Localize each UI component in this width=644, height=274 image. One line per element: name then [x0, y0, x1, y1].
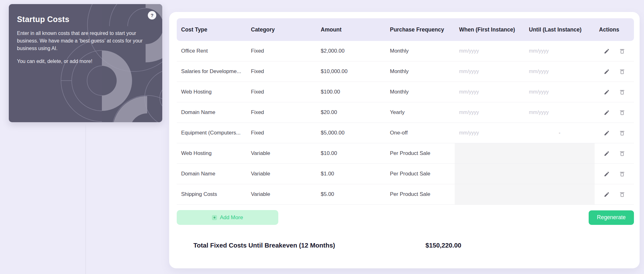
trash-icon — [619, 191, 625, 197]
until-cell — [525, 164, 595, 184]
frequency-cell: Per Product Sale — [386, 164, 455, 184]
info-card-description: Enter in all known costs that are requir… — [17, 30, 149, 52]
pencil-icon — [604, 151, 610, 157]
edit-button[interactable] — [603, 191, 610, 198]
pencil-icon — [604, 89, 610, 95]
until-cell — [525, 61, 595, 82]
amount-cell: $5.00 — [316, 184, 386, 204]
regenerate-button[interactable]: Regenerate — [589, 210, 634, 225]
edit-button[interactable] — [603, 68, 610, 75]
table-row: Domain Name Fixed $20.00 Yearly — [177, 102, 634, 123]
edit-button[interactable] — [603, 88, 610, 96]
cost-type-cell: Web Hosting — [177, 143, 247, 163]
amount-cell: $5,000.00 — [316, 123, 386, 143]
column-header-category: Category — [247, 26, 316, 33]
table-row: Domain Name Variable $1.00 Per Product S… — [177, 164, 634, 184]
table-body: Office Rent Fixed $2,000.00 Monthly Sala… — [177, 41, 634, 205]
delete-button[interactable] — [619, 191, 626, 198]
delete-button[interactable] — [619, 109, 626, 116]
info-card-title: Startup Costs — [17, 15, 154, 24]
until-cell: - — [525, 123, 595, 143]
when-date-input[interactable] — [459, 48, 503, 54]
edit-button[interactable] — [603, 109, 610, 116]
actions-cell — [595, 164, 634, 184]
trash-icon — [619, 48, 625, 54]
edit-button[interactable] — [603, 170, 610, 178]
amount-cell: $10.00 — [316, 143, 386, 163]
when-cell — [455, 143, 525, 163]
cost-type-cell: Equipment (Computers... — [177, 123, 247, 143]
costs-panel: Cost Type Category Amount Purchase Frequ… — [169, 12, 640, 268]
actions-cell — [595, 184, 634, 204]
edit-button[interactable] — [603, 150, 610, 157]
until-cell — [525, 82, 595, 102]
edit-button[interactable] — [603, 129, 610, 137]
startup-costs-table: Cost Type Category Amount Purchase Frequ… — [177, 18, 634, 205]
help-button[interactable]: ? — [148, 11, 156, 20]
table-row: Salaries for Developme... Fixed $10,000.… — [177, 61, 634, 82]
when-date-input[interactable] — [459, 89, 503, 95]
amount-cell: $2,000.00 — [316, 41, 386, 61]
table-row: Web Hosting Variable $10.00 Per Product … — [177, 143, 634, 164]
amount-cell: $20.00 — [316, 102, 386, 123]
table-header-row: Cost Type Category Amount Purchase Frequ… — [177, 18, 634, 41]
column-header-purchase-frequency: Purchase Frequency — [386, 26, 455, 33]
until-date-input[interactable] — [529, 89, 573, 95]
delete-button[interactable] — [619, 170, 626, 178]
when-date-input[interactable] — [459, 130, 503, 136]
when-date-input[interactable] — [459, 110, 503, 115]
when-date-input[interactable] — [459, 69, 503, 74]
actions-cell — [595, 61, 634, 82]
until-date-input[interactable] — [529, 110, 573, 115]
delete-button[interactable] — [619, 48, 626, 55]
actions-cell — [595, 102, 634, 123]
add-more-label: Add More — [220, 214, 243, 221]
category-cell: Fixed — [247, 102, 316, 123]
pencil-icon — [604, 69, 610, 75]
column-header-actions: Actions — [595, 26, 634, 33]
until-date-input[interactable] — [529, 48, 573, 54]
info-card: ? Startup Costs Enter in all known costs… — [9, 4, 162, 122]
cost-type-cell: Office Rent — [177, 41, 247, 61]
delete-button[interactable] — [619, 68, 626, 75]
when-cell — [455, 82, 525, 102]
when-cell — [455, 184, 525, 204]
info-card-note: You can edit, delete, or add more! — [17, 58, 149, 65]
cost-type-cell: Salaries for Developme... — [177, 61, 247, 82]
delete-button[interactable] — [619, 150, 626, 157]
summary-value: $150,220.00 — [425, 242, 461, 249]
pencil-icon — [604, 171, 610, 177]
cost-type-cell: Web Hosting — [177, 82, 247, 102]
when-cell — [455, 61, 525, 82]
edit-button[interactable] — [603, 48, 610, 55]
category-cell: Fixed — [247, 82, 316, 102]
category-cell: Fixed — [247, 41, 316, 61]
column-header-amount: Amount — [316, 26, 386, 33]
actions-cell — [595, 123, 634, 143]
add-more-button[interactable]: + Add More — [177, 210, 278, 225]
delete-button[interactable] — [619, 129, 626, 137]
when-cell — [455, 41, 525, 61]
trash-icon — [619, 69, 625, 75]
table-row: Web Hosting Fixed $100.00 Monthly — [177, 82, 634, 102]
table-row: Equipment (Computers... Fixed $5,000.00 … — [177, 123, 634, 143]
pencil-icon — [604, 191, 610, 197]
frequency-cell: Monthly — [386, 61, 455, 82]
category-cell: Fixed — [247, 61, 316, 82]
delete-button[interactable] — [619, 88, 626, 96]
when-cell — [455, 102, 525, 123]
category-cell: Variable — [247, 143, 316, 163]
cost-type-cell: Domain Name — [177, 102, 247, 123]
category-cell: Variable — [247, 184, 316, 204]
column-header-when-first-instance: When (First Instance) — [455, 26, 525, 33]
until-cell — [525, 41, 595, 61]
frequency-cell: Yearly — [386, 102, 455, 123]
summary-row: Total Fixed Costs Until Breakeven (12 Mo… — [177, 242, 634, 250]
table-actions-row: + Add More Regenerate — [177, 210, 634, 225]
table-row: Shipping Costs Variable $5.00 Per Produc… — [177, 184, 634, 205]
category-cell: Variable — [247, 164, 316, 184]
amount-cell: $100.00 — [316, 82, 386, 102]
until-date-input[interactable] — [529, 69, 573, 74]
cost-type-cell: Domain Name — [177, 164, 247, 184]
when-cell — [455, 164, 525, 184]
